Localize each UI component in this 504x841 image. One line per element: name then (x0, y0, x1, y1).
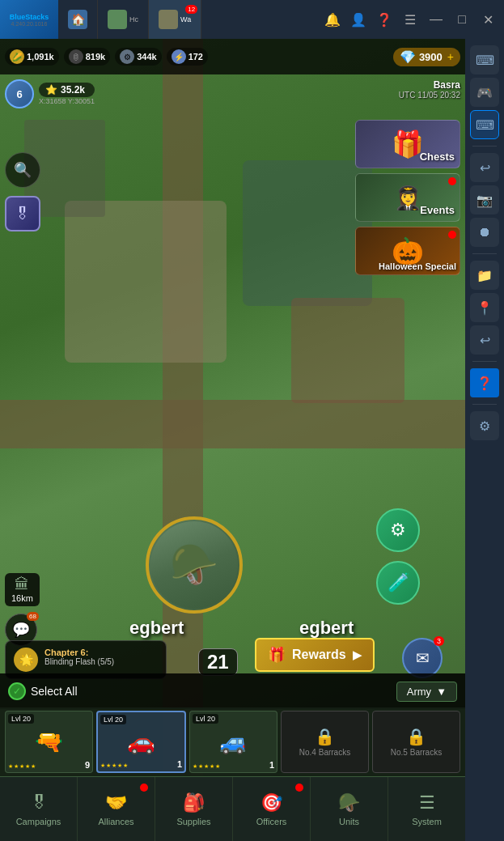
nav-officers[interactable]: 🎯 Officers (233, 777, 311, 841)
bs-tab-home[interactable]: 🏠 (58, 0, 98, 39)
army-label: Army (407, 686, 431, 698)
oil-value: 819k (86, 52, 105, 62)
help-btn[interactable]: ❓ (375, 12, 394, 28)
nav-alliances[interactable]: 🤝 Alliances (78, 777, 155, 841)
select-all-button[interactable]: ✓ Select All (8, 682, 78, 700)
elec-resource: ⚡ 172 (167, 48, 208, 66)
tool-undo-btn[interactable]: ↩ (470, 325, 499, 355)
bs-right-sidebar: ⌨ 🎮 ⌨ ↩ 📷 ⏺ 📁 📍 ↩ ❓ ⚙ (465, 39, 504, 841)
bs-divider-1 (472, 146, 497, 147)
tool-gamepad-btn[interactable]: 🎮 (470, 78, 499, 107)
tool-location-btn[interactable]: 📍 (470, 293, 499, 322)
events-panel[interactable]: 👩‍✈️ Events (355, 173, 460, 222)
char-ring: 🪖 (146, 516, 243, 614)
bs-tab-2[interactable]: Wa 12 (149, 0, 201, 39)
building-icon: 🏛 (15, 576, 29, 593)
events-decoration: 👩‍✈️ (394, 185, 422, 211)
account-btn[interactable]: 👤 (349, 12, 368, 28)
tool-record-btn[interactable]: ⏺ (470, 218, 499, 247)
tool-back-btn[interactable]: ↩ (470, 153, 499, 182)
player-label-left: egbert (129, 618, 184, 639)
unit1-level: Lvl 20 (100, 715, 126, 724)
game-viewport[interactable]: 🌽 1,091k 🛢 819k ⚙ 344k ⚡ 172 💎 3900 + Ba… (0, 39, 465, 841)
power-value: 35.2k (61, 84, 85, 96)
character-avatar[interactable]: 🪖 (146, 516, 243, 614)
road-h (0, 400, 465, 448)
bottom-nav: 🎖 Campaigns 🤝 Alliances 🎒 Supplies 🎯 Off… (0, 776, 465, 841)
chests-label: Chests (420, 151, 455, 163)
nav-campaigns[interactable]: 🎖 Campaigns (0, 777, 78, 841)
events-dot (448, 177, 456, 185)
nav-supplies[interactable]: 🎒 Supplies (155, 777, 233, 841)
officers-label: Officers (256, 817, 287, 826)
player-level-badge: 21 (198, 648, 238, 676)
food-resource: 🌽 1,091k (5, 48, 59, 66)
tool-screenshot-btn[interactable]: 📷 (470, 185, 499, 214)
rewards-button[interactable]: 🎁 Rewards ▶ (255, 638, 375, 672)
oil-resource: 🛢 819k (64, 48, 110, 66)
unit0-stars: ★★★★★ (8, 763, 36, 770)
gold-resource[interactable]: 💎 3900 + (393, 48, 460, 66)
tool-keyboard2-btn[interactable]: ⌨ (470, 110, 499, 139)
officers-badge (295, 784, 303, 792)
gift-icon: 🎁 (268, 646, 286, 664)
supplies-icon: 🎒 (183, 792, 205, 813)
unit0-count: 9 (85, 760, 90, 770)
nav-units[interactable]: 🪖 Units (311, 777, 388, 841)
left-ui: 🔍 🎖 (5, 152, 40, 231)
player-badge[interactable]: 6 ⭐ 35.2k X:31658 Y:30051 (5, 79, 95, 108)
chat-icon: 💬 (12, 621, 30, 639)
distance-badge[interactable]: 🏛 16km (5, 573, 40, 606)
food-icon: 🌽 (10, 49, 24, 64)
officers-icon: 🎯 (260, 792, 282, 813)
tool-help-btn[interactable]: ❓ (470, 368, 499, 397)
rewards-arrow-icon: ▶ (353, 648, 362, 661)
halloween-panel[interactable]: 🎃 Halloween Special (355, 227, 460, 275)
bs-version: 4.240.20.1016 (11, 21, 48, 27)
campaigns-label: Campaigns (16, 817, 61, 826)
float-btn-1[interactable]: ⚙ (376, 508, 420, 552)
military-badge[interactable]: 🎖 (5, 196, 40, 231)
unit-card-0[interactable]: Lvl 20 🔫 ★★★★★ 9 (5, 711, 93, 773)
army-dropdown-arrow: ▼ (436, 686, 447, 698)
notification-btn[interactable]: 🔔 (323, 12, 342, 28)
player-label-right: egbert (299, 618, 354, 639)
maximize-btn[interactable]: □ (452, 12, 472, 27)
unit-card-2[interactable]: Lvl 20 🚙 ★★★★★ 1 (189, 711, 277, 773)
right-panels: 🎁 Chests 👩‍✈️ Events 🎃 Halloween Special (355, 120, 460, 275)
tool-settings-btn[interactable]: ⚙ (470, 411, 499, 440)
chests-panel[interactable]: 🎁 Chests (355, 120, 460, 168)
menu-btn[interactable]: ☰ (400, 12, 420, 28)
tool-keyboard-btn[interactable]: ⌨ (470, 45, 499, 74)
unit2-level: Lvl 20 (193, 714, 218, 724)
unit-cards: Lvl 20 🔫 ★★★★★ 9 Lvl 20 🚗 ★★★★★ 1 Lvl 20… (0, 707, 465, 776)
close-btn[interactable]: ✕ (478, 12, 498, 28)
float-btn-2[interactable]: 🧪 (376, 561, 420, 605)
select-all-label: Select All (31, 685, 78, 698)
server-info: Basra UTC 11/05 20:32 (399, 79, 460, 100)
unit-card-3[interactable]: 🔒 No.4 Barracks (281, 711, 369, 773)
unit-card-1[interactable]: Lvl 20 🚗 ★★★★★ 1 (96, 711, 186, 773)
nav-system[interactable]: ☰ System (388, 777, 465, 841)
unit-card-4[interactable]: 🔒 No.5 Barracks (372, 711, 460, 773)
gold-value: 3900 (419, 51, 443, 63)
unit2-count: 1 (269, 760, 274, 770)
alliances-icon: 🤝 (105, 792, 127, 813)
main-structure (65, 201, 227, 363)
bluestacks-logo[interactable]: BlueStacks 4.240.20.1016 (0, 0, 58, 39)
tab1-icon (108, 10, 127, 29)
server-time: UTC 11/05 20:32 (399, 91, 460, 100)
halloween-label: Halloween Special (379, 261, 456, 271)
minimize-btn[interactable]: — (426, 12, 446, 27)
elec-value: 172 (188, 52, 203, 62)
army-dropdown[interactable]: Army ▼ (396, 682, 457, 702)
airfield-structure (243, 160, 372, 306)
gold-add[interactable]: + (447, 50, 454, 63)
bs-logo-text: BlueStacks (10, 13, 49, 21)
tab2-icon (159, 10, 178, 29)
mail-button[interactable]: ✉ 3 (402, 638, 443, 678)
search-btn[interactable]: 🔍 (5, 152, 40, 188)
char-portrait: 🪖 (150, 521, 238, 609)
bs-tab-1[interactable]: Hc (98, 0, 149, 39)
tool-files-btn[interactable]: 📁 (470, 261, 499, 290)
